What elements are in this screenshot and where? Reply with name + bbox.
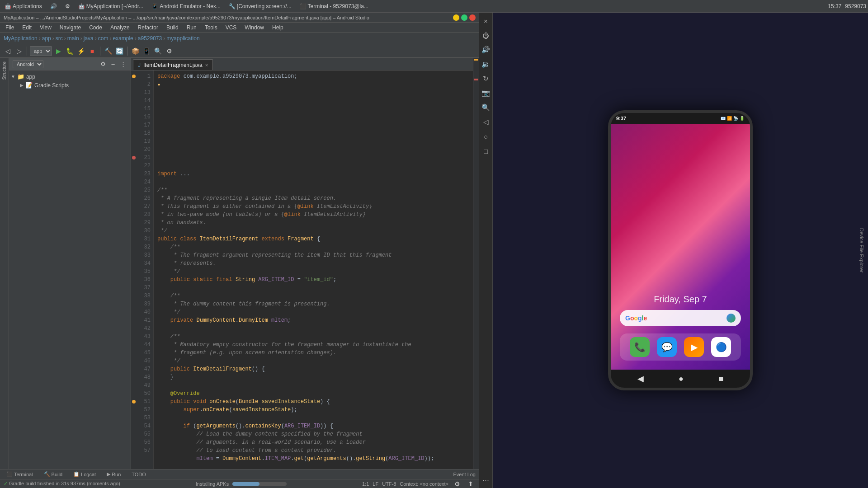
breadcrumb-example[interactable]: example — [113, 35, 133, 42]
toolbar-sdk-mgr-btn[interactable]: 📦 — [130, 46, 140, 56]
toolbar-forward-btn[interactable]: ▷ — [14, 46, 24, 56]
status-tab-run[interactable]: ▶ Run — [104, 470, 123, 478]
toolbar-stop-btn[interactable]: ■ — [87, 46, 97, 56]
title-bar: MyApplication – .../AndroidStudioProject… — [0, 13, 479, 23]
dock-phone-icon[interactable]: 📞 — [630, 337, 650, 357]
emu-screenshot-btn[interactable]: 📷 — [481, 88, 491, 99]
emu-more-btn[interactable]: ⋯ — [481, 474, 491, 485]
code-line — [157, 162, 469, 170]
event-log[interactable]: Event Log — [453, 472, 476, 477]
toolbar-sep3 — [127, 47, 127, 56]
dock-chrome-icon[interactable]: 🔵 — [711, 337, 731, 357]
sidebar-collapse-btn[interactable]: – — [109, 60, 117, 68]
gradle-msg: ✓ Gradle build finished in 31s 937ms (mo… — [4, 481, 120, 487]
toolbar-settings-btn[interactable]: ⚙ — [164, 46, 174, 56]
breadcrumb-app[interactable]: app — [42, 35, 51, 42]
sidebar-icon-group: ⚙ – ⋮ — [99, 60, 127, 68]
taskbar-tab-emulator[interactable]: 📱 Android Emulator - Nex... — [149, 2, 223, 10]
status-tab-logcat[interactable]: 📋 Logcat — [71, 470, 99, 478]
emu-power-btn[interactable]: ⏻ — [481, 30, 491, 41]
editor-container: J ItemDetailFragment.java × — [131, 58, 473, 469]
toolbar-run-btn[interactable]: ▶ — [53, 46, 63, 56]
menu-navigate[interactable]: Navigate — [56, 23, 85, 32]
menu-vcs[interactable]: VCS — [222, 23, 241, 32]
breadcrumb-com[interactable]: com — [98, 35, 108, 42]
emu-zoom-btn[interactable]: 🔍 — [481, 102, 491, 113]
status-tab-terminal[interactable]: ⬛ Terminal — [4, 470, 36, 478]
breadcrumb-myapplication[interactable]: myapplication — [166, 35, 199, 42]
taskbar-settings[interactable]: ⚙ — [62, 2, 73, 10]
tab-close-btn[interactable]: × — [205, 62, 208, 68]
tree-item-app[interactable]: ▼ 📁 app — [9, 72, 131, 81]
status-tab-todo[interactable]: TODO — [129, 471, 149, 478]
breadcrumb-src[interactable]: src — [56, 35, 63, 42]
menu-code[interactable]: Code — [85, 23, 106, 32]
menu-build[interactable]: Build — [163, 23, 182, 32]
device-file-explorer-tab[interactable]: Device File Explorer — [859, 228, 864, 272]
expand-btn[interactable]: ⬆ — [466, 479, 476, 488]
breadcrumb-myapp[interactable]: MyApplication — [4, 35, 38, 42]
run-config-select[interactable]: app — [30, 46, 52, 56]
breadcrumb-main[interactable]: main — [67, 35, 79, 42]
menu-refactor[interactable]: Refactor — [134, 23, 162, 32]
minimize-button[interactable]: − — [453, 14, 459, 21]
toolbar-sync-btn[interactable]: 🔄 — [114, 46, 124, 56]
emu-rotate-btn[interactable]: ↻ — [481, 73, 491, 84]
code-line — [157, 89, 469, 97]
editor-tab-itemdetail[interactable]: J ItemDetailFragment.java × — [133, 59, 213, 70]
close-button[interactable]: × — [469, 14, 476, 21]
toolbar-back-btn[interactable]: ◁ — [3, 46, 13, 56]
toolbar-build-btn[interactable]: 🔨 — [103, 46, 113, 56]
status-tab-build[interactable]: 🔨 Build — [41, 470, 65, 478]
tab-file-icon: J — [138, 62, 141, 68]
tree-item-gradle-scripts[interactable]: ▶ 📝 Gradle Scripts — [9, 81, 131, 89]
menu-view[interactable]: View — [36, 23, 55, 32]
left-strip-structure[interactable]: Structure — [2, 60, 7, 82]
maximize-button[interactable]: □ — [461, 14, 467, 21]
sidebar-view-select[interactable]: Android — [13, 60, 43, 68]
taskbar-volume[interactable]: 🔊 — [47, 2, 60, 10]
sidebar-settings-btn[interactable]: ⋮ — [119, 60, 127, 68]
breadcrumb-java[interactable]: java — [84, 35, 94, 42]
emu-volume-down-btn[interactable]: 🔉 — [481, 59, 491, 70]
dock-messages-icon[interactable]: 💬 — [657, 337, 677, 357]
line-numbers: 1 2 13 14 15 16 17 1 — [137, 70, 154, 469]
taskbar-tab-converting[interactable]: 🔧 [Converting screen://... — [226, 2, 294, 10]
emu-square-btn[interactable]: □ — [481, 145, 491, 156]
menu-run[interactable]: Run — [183, 23, 200, 32]
device-screen[interactable]: Friday, Sep 7 Google 📞 💬 ▶ 🔵 — [611, 124, 750, 370]
emu-back-btn[interactable]: ◁ — [481, 117, 491, 127]
taskbar-tab-terminal[interactable]: ⬛ Terminal - 9529073@la... — [297, 2, 371, 10]
device-home-btn[interactable]: ● — [679, 374, 684, 384]
device-search-bar[interactable]: Google — [620, 310, 741, 326]
toolbar-debug-btn[interactable]: 🐛 — [65, 46, 75, 56]
taskbar-apps-menu[interactable]: 🤖 Applications — [2, 2, 45, 10]
menu-tools[interactable]: Tools — [201, 23, 221, 32]
toolbar-apply-changes-btn[interactable]: ⚡ — [76, 46, 86, 56]
menu-file[interactable]: File — [2, 23, 18, 32]
settings-small-btn[interactable]: ⚙ — [452, 479, 462, 488]
taskbar-right: 15:37 9529073 — [828, 3, 866, 9]
menu-window[interactable]: Window — [241, 23, 268, 32]
emu-volume-up-btn[interactable]: 🔊 — [481, 44, 491, 55]
taskbar: 🤖 Applications 🔊 ⚙ 🤖 MyApplication [~/An… — [0, 0, 868, 13]
emu-home-btn[interactable]: ○ — [481, 131, 491, 142]
code-editor[interactable]: 1 2 13 14 15 16 17 1 — [131, 70, 473, 469]
toolbar-avd-mgr-btn[interactable]: 📱 — [142, 46, 151, 56]
menu-help[interactable]: Help — [269, 23, 287, 32]
google-lens-icon[interactable] — [726, 314, 736, 323]
sidebar-sync-btn[interactable]: ⚙ — [99, 60, 107, 68]
toolbar-search-btn[interactable]: 🔍 — [153, 46, 163, 56]
device-back-btn[interactable]: ◀ — [637, 374, 644, 384]
emu-icon: 📱 — [151, 3, 158, 9]
menu-analyze[interactable]: Analyze — [107, 23, 133, 32]
menu-edit[interactable]: Edit — [19, 23, 35, 32]
conv-icon: 🔧 — [229, 3, 236, 9]
dock-play-icon[interactable]: ▶ — [684, 337, 704, 357]
status-right: Event Log — [453, 472, 476, 477]
taskbar-tab-android-studio[interactable]: 🤖 MyApplication [~/Andr... — [75, 2, 146, 10]
breadcrumb-a9529073[interactable]: a9529073 — [138, 35, 162, 42]
code-content[interactable]: package com.example.a9529073.myapplicati… — [154, 70, 473, 469]
device-recents-btn[interactable]: ■ — [718, 374, 723, 384]
emu-close-btn[interactable]: × — [481, 15, 491, 26]
